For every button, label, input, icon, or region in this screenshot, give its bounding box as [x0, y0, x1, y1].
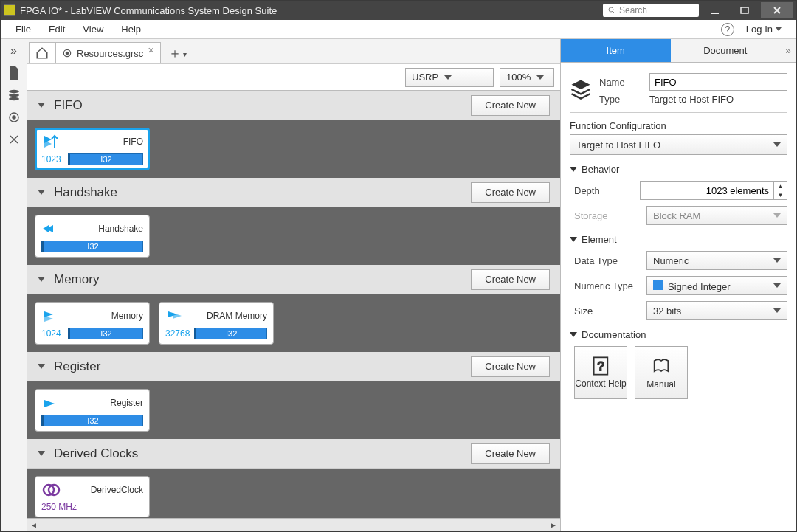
card-type-tag: I32: [41, 415, 143, 426]
zoom-dropdown[interactable]: 100%: [500, 68, 554, 87]
element-section-toggle[interactable]: Element: [570, 234, 787, 245]
card-name: DerivedClock: [66, 485, 143, 495]
section-header[interactable]: Derived Clocks Create New: [27, 439, 560, 469]
resource-card[interactable]: Memory 1024I32: [35, 302, 150, 345]
maximize-button[interactable]: [731, 2, 758, 18]
close-button[interactable]: [761, 2, 793, 18]
target-value: USRP: [412, 72, 438, 83]
search-input[interactable]: Search: [603, 4, 699, 17]
chevron-down-icon: [773, 142, 781, 147]
menu-file[interactable]: File: [7, 21, 40, 37]
card-type-tag: I32: [194, 328, 267, 339]
memory-icon: [41, 307, 62, 325]
tab-resources[interactable]: Resources.grsc ✕: [55, 42, 161, 63]
home-icon: [35, 46, 49, 60]
svg-line-1: [613, 12, 615, 14]
create-new-button[interactable]: Create New: [471, 269, 550, 290]
svg-rect-2: [711, 13, 719, 14]
resource-card[interactable]: DRAM Memory 32768I32: [159, 302, 274, 345]
name-input[interactable]: [649, 73, 787, 91]
login-button[interactable]: Log In: [737, 21, 790, 37]
chevron-down-icon: [773, 258, 781, 263]
function-config-dropdown[interactable]: Target to Host FIFO: [570, 134, 787, 155]
context-help-button[interactable]: ? Context Help: [574, 346, 627, 399]
chevron-down-icon: [38, 364, 45, 369]
tab-close-icon[interactable]: ✕: [148, 46, 154, 55]
numeric-swatch-icon: [653, 280, 663, 290]
file-icon[interactable]: [7, 66, 21, 80]
chevron-down-icon: [38, 190, 45, 195]
title-bar: FPGA IO* - LabVIEW Communications System…: [1, 1, 796, 20]
expand-icon[interactable]: »: [7, 44, 21, 58]
context-help-label: Context Help: [575, 379, 626, 389]
scroll-right-icon[interactable]: ►: [547, 519, 560, 531]
resource-card[interactable]: Handshake I32: [35, 215, 150, 258]
element-label: Element: [582, 234, 617, 245]
help-icon[interactable]: ?: [721, 23, 734, 36]
section-header[interactable]: Memory Create New: [27, 265, 560, 294]
item-stack-icon: [570, 78, 592, 100]
create-new-button[interactable]: Create New: [471, 356, 550, 377]
section-header[interactable]: Handshake Create New: [27, 178, 560, 207]
app-icon: [4, 4, 15, 16]
svg-rect-3: [741, 7, 748, 13]
create-new-button[interactable]: Create New: [471, 95, 550, 116]
menu-edit[interactable]: Edit: [40, 21, 74, 37]
chevron-down-icon: [38, 103, 45, 108]
chevron-down-icon: [38, 451, 45, 456]
home-tab[interactable]: [29, 42, 55, 63]
numeric-type-label: Numeric Type: [570, 280, 641, 291]
card-name: DRAM Memory: [190, 311, 267, 321]
resource-card[interactable]: FIFO 1023I32: [35, 128, 150, 170]
data-type-dropdown[interactable]: Numeric: [646, 251, 787, 270]
create-new-button[interactable]: Create New: [471, 443, 550, 464]
section-header[interactable]: FIFO Create New: [27, 91, 560, 120]
tab-document[interactable]: Document: [671, 39, 781, 62]
handshake-icon: [41, 220, 62, 238]
target-dropdown[interactable]: USRP: [405, 68, 494, 87]
menu-view[interactable]: View: [74, 21, 112, 37]
size-dropdown[interactable]: 32 bits: [646, 301, 787, 320]
depth-input[interactable]: [640, 181, 774, 200]
section-title: Handshake: [54, 185, 117, 200]
storage-label: Storage: [570, 210, 641, 221]
depth-spinner[interactable]: ▲▼: [774, 181, 787, 200]
storage-dropdown[interactable]: Block RAM: [646, 206, 787, 225]
resource-card[interactable]: DerivedClock 250 MHz: [35, 476, 150, 517]
search-placeholder: Search: [619, 5, 647, 15]
tab-item[interactable]: Item: [561, 39, 671, 62]
scroll-left-icon[interactable]: ◄: [27, 519, 41, 531]
panel-expand-icon[interactable]: »: [780, 39, 796, 62]
minimize-button[interactable]: [702, 2, 728, 18]
card-count: 1023: [41, 154, 63, 165]
menu-help[interactable]: Help: [112, 21, 150, 37]
numeric-type-dropdown[interactable]: Signed Integer: [646, 276, 787, 295]
left-icon-bar: »: [1, 39, 27, 531]
horizontal-scrollbar[interactable]: ◄ ►: [27, 518, 560, 531]
svg-point-12: [66, 52, 69, 55]
behavior-section-toggle[interactable]: Behavior: [570, 164, 787, 175]
svg-point-10: [13, 116, 15, 119]
resource-card[interactable]: Register I32: [35, 389, 150, 432]
chevron-down-icon: [776, 27, 782, 31]
type-label: Type: [599, 94, 642, 105]
size-value: 32 bits: [653, 305, 681, 317]
card-type-tag: I32: [68, 153, 143, 165]
section-header[interactable]: Register Create New: [27, 352, 560, 381]
register-icon: [41, 394, 62, 412]
stack-icon[interactable]: [7, 88, 21, 103]
svg-point-7: [9, 94, 19, 97]
card-type-tag: I32: [41, 241, 143, 252]
create-new-button[interactable]: Create New: [471, 182, 550, 203]
tools-icon[interactable]: [7, 132, 21, 147]
documentation-section-toggle[interactable]: Documentation: [570, 329, 787, 340]
name-label: Name: [599, 77, 642, 88]
card-count: 1024: [41, 328, 63, 339]
card-name: FIFO: [66, 137, 143, 147]
card-name: Handshake: [66, 224, 143, 234]
storage-value: Block RAM: [653, 210, 700, 221]
properties-panel: Item Document » Name Type: [560, 39, 796, 531]
target-icon[interactable]: [7, 110, 21, 125]
manual-button[interactable]: Manual: [635, 346, 688, 399]
new-tab-button[interactable]: ＋▾: [161, 42, 194, 63]
